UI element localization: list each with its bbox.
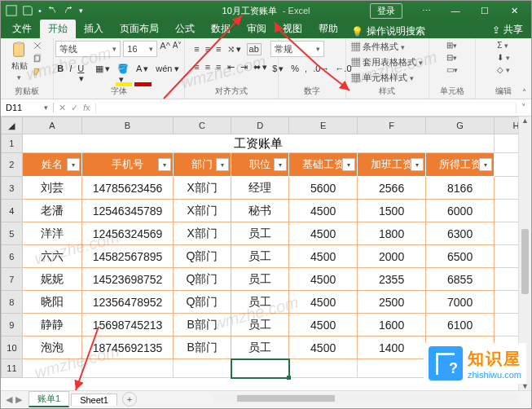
sheet-tab[interactable]: Sheet1 (71, 394, 117, 406)
cell[interactable]: 1800 (358, 222, 426, 245)
underline-button[interactable]: U ▾ (76, 63, 90, 86)
tab-scroll-left-icon[interactable]: ◀ (6, 394, 12, 405)
table-format-button[interactable]: ▦ 套用表格格式 ▾ (351, 56, 423, 68)
cell[interactable]: 12546345789 (82, 200, 174, 222)
cell[interactable]: 经理 (231, 177, 289, 200)
conditional-format-button[interactable]: ▦ 条件格式 ▾ (351, 41, 405, 53)
cell[interactable]: 6100 (426, 314, 495, 336)
tab-scroll-right-icon[interactable]: ▶ (15, 394, 22, 405)
filter-icon[interactable]: ▾ (216, 158, 229, 171)
tab-view[interactable]: 视图 (275, 20, 310, 38)
spreadsheet-grid[interactable]: ◢ A B C D E F G H 1 工资账单 2 姓名▾ 手机号▾ 部门▾ … (1, 117, 531, 378)
scroll-up-icon[interactable]: ▲ (521, 117, 529, 125)
delete-cells-icon[interactable]: ⊟▾ (446, 53, 457, 62)
cell[interactable]: 员工 (231, 222, 289, 245)
tab-formulas[interactable]: 公式 (167, 20, 203, 38)
scrollbar-thumb[interactable] (521, 229, 529, 294)
cell[interactable]: Q部门 (174, 245, 231, 268)
cell[interactable]: 4500 (289, 336, 358, 359)
cell[interactable]: 6300 (426, 222, 495, 245)
tab-help[interactable]: 帮助 (310, 20, 346, 38)
cell[interactable]: 12456324569 (82, 222, 174, 245)
table-title-cell[interactable]: 工资账单 (22, 134, 494, 153)
cell[interactable]: 1400 (358, 336, 426, 359)
cell[interactable]: 4500 (289, 200, 358, 222)
cell[interactable]: 刘芸 (22, 177, 81, 200)
cell[interactable]: 5600 (289, 177, 358, 200)
cell[interactable]: B部门 (174, 336, 231, 359)
indent-decrease-icon[interactable]: ⇤ (226, 61, 236, 73)
cell[interactable]: B部门 (174, 314, 231, 336)
row-header[interactable]: 3 (2, 177, 23, 200)
merge-center-icon[interactable]: ⬌▾ (252, 61, 270, 73)
autosum-icon[interactable]: Σ ▾ (497, 41, 508, 50)
cell[interactable]: 4500 (289, 314, 358, 336)
cell[interactable]: 1600 (358, 314, 426, 336)
selected-cell[interactable] (231, 359, 289, 378)
ribbon-options-icon[interactable]: ⋯ (412, 2, 440, 19)
cell[interactable]: 2500 (358, 291, 426, 314)
save-icon[interactable] (22, 5, 33, 16)
cell[interactable]: 员工 (231, 291, 289, 314)
select-all-corner[interactable]: ◢ (2, 117, 23, 134)
cell[interactable]: 14785623456 (82, 177, 174, 200)
row-header[interactable]: 8 (2, 291, 23, 314)
cell[interactable]: 1500 (358, 200, 426, 222)
row-header[interactable]: 6 (2, 245, 23, 268)
cell[interactable]: 4500 (289, 222, 358, 245)
col-header[interactable]: C (174, 117, 231, 134)
cell[interactable]: 6500 (426, 245, 495, 268)
font-color-button[interactable]: A▾ (134, 63, 152, 86)
tell-me[interactable]: 💡 操作说明搜索 (351, 24, 425, 38)
comma-icon[interactable]: , (303, 63, 309, 75)
copy-icon[interactable] (32, 54, 43, 65)
row-header[interactable]: 9 (2, 314, 23, 336)
share-button[interactable]: ⇪ 共享 (492, 23, 523, 37)
col-header[interactable]: E (289, 117, 358, 134)
col-header[interactable]: G (426, 117, 495, 134)
cell[interactable] (289, 359, 358, 378)
cell[interactable]: Q部门 (174, 268, 231, 291)
col-header[interactable]: D (231, 117, 289, 134)
filter-icon[interactable]: ▾ (342, 158, 355, 171)
cut-icon[interactable] (32, 41, 43, 52)
border-button[interactable]: ▦▾ (94, 63, 113, 86)
number-format-select[interactable]: 常规▾ (270, 41, 324, 57)
chevron-down-icon[interactable]: ▾ (17, 73, 21, 81)
fill-color-button[interactable]: 🪣▾ (116, 63, 132, 86)
cell[interactable] (358, 359, 426, 378)
cell[interactable]: 秘书 (231, 200, 289, 222)
tab-file[interactable]: 文件 (4, 20, 40, 38)
cell[interactable]: 洋洋 (22, 222, 81, 245)
clear-icon[interactable]: ◇ ▾ (497, 65, 510, 74)
col-header[interactable]: A (22, 117, 81, 134)
undo-icon[interactable] (46, 5, 58, 16)
filter-icon[interactable]: ▾ (67, 158, 80, 171)
cell[interactable]: 8166 (426, 177, 495, 200)
align-left-icon[interactable]: ≡ (192, 61, 200, 73)
align-middle-icon[interactable]: ≡ (204, 43, 212, 55)
cell[interactable]: 4500 (289, 291, 358, 314)
cell[interactable]: 妮妮 (22, 268, 81, 291)
cell[interactable]: 4500 (289, 268, 358, 291)
header-cell[interactable]: 职位▾ (231, 153, 289, 177)
new-sheet-icon[interactable]: + (122, 392, 137, 407)
phonetic-button[interactable]: wén▾ (154, 63, 182, 86)
align-top-icon[interactable]: ≡ (192, 43, 200, 55)
filter-icon[interactable]: ▾ (274, 158, 287, 171)
header-cell[interactable]: 手机号▾ (82, 153, 174, 177)
format-painter-icon[interactable] (32, 67, 43, 78)
filter-icon[interactable]: ▾ (479, 158, 492, 171)
redo-icon[interactable] (63, 5, 74, 16)
collapse-ribbon-icon[interactable]: ˄ (522, 88, 526, 97)
format-cells-icon[interactable]: ▭▾ (446, 65, 458, 74)
wrap-text-icon[interactable]: ab (247, 43, 262, 55)
cell[interactable]: 14582567895 (82, 245, 174, 268)
indent-increase-icon[interactable]: ⇥ (239, 61, 249, 73)
cell[interactable]: 6000 (426, 200, 495, 222)
orientation-icon[interactable]: ⤭▾ (226, 43, 244, 55)
header-cell[interactable]: 姓名▾ (22, 153, 81, 177)
bold-button[interactable]: B (55, 63, 65, 86)
maximize-icon[interactable]: ☐ (471, 2, 499, 19)
cell[interactable]: 15698745213 (82, 314, 174, 336)
